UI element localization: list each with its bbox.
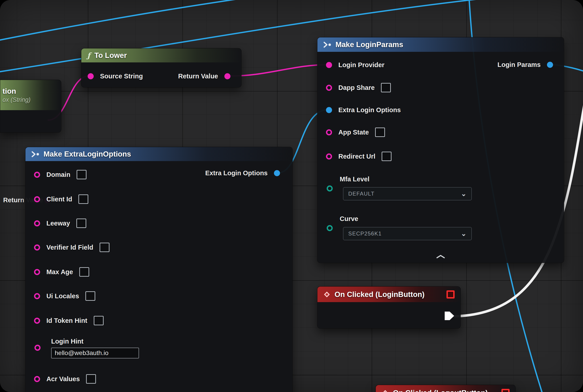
node-title: Make LoginParams: [336, 40, 403, 49]
delegate-pin[interactable]: [446, 290, 454, 298]
pin-label-max-age: Max Age: [46, 268, 73, 276]
node-title: To Lower: [94, 51, 127, 60]
client-id-checkbox[interactable]: [78, 194, 88, 204]
login-params-out-pin[interactable]: [547, 62, 553, 68]
node-title: On Clicked (LoginButton): [334, 290, 425, 299]
pin-label-dapp-share: Dapp Share: [338, 84, 374, 92]
function-icon: ƒ: [87, 51, 90, 60]
redirect-url-pin[interactable]: [326, 154, 332, 160]
redirect-url-checkbox[interactable]: [382, 152, 392, 161]
mfa-level-value: DEFAULT: [348, 190, 374, 197]
pin-label-id-token-hint: Id Token Hint: [46, 317, 88, 324]
pin-label-redirect-url: Redirect Url: [338, 153, 375, 160]
chevron-down-icon: ⌄: [461, 230, 466, 237]
leeway-pin[interactable]: [34, 220, 40, 226]
make-struct-icon: [31, 151, 40, 157]
return-value-pin[interactable]: [224, 73, 230, 79]
curve-pin[interactable]: [327, 225, 333, 231]
domain-pin[interactable]: [34, 172, 40, 178]
node-subtitle: ox (String): [2, 96, 31, 104]
login-hint-input[interactable]: [51, 348, 139, 358]
login-hint-pin[interactable]: [34, 345, 40, 351]
event-icon: [323, 291, 330, 298]
pin-label-mfa-level: Mfa Level: [340, 176, 370, 183]
extra-login-options-out-pin[interactable]: [274, 170, 280, 176]
node-make-loginparams[interactable]: Make LoginParams Login Provider Dapp Sha…: [317, 37, 564, 263]
dapp-share-pin[interactable]: [326, 85, 332, 91]
node-on-clicked-loginbutton[interactable]: On Clicked (LoginButton): [317, 286, 461, 328]
ui-locales-checkbox[interactable]: [86, 291, 95, 301]
app-state-checkbox[interactable]: [375, 128, 385, 137]
node-title: tion: [2, 87, 16, 96]
mfa-level-dropdown[interactable]: DEFAULT ⌄: [343, 187, 472, 200]
mfa-level-pin[interactable]: [327, 186, 333, 192]
domain-checkbox[interactable]: [76, 170, 86, 179]
node-on-clicked-logoutbutton[interactable]: On Clicked (LogoutButton): [376, 385, 516, 392]
client-id-pin[interactable]: [34, 196, 40, 202]
pin-label-acr-values: Acr Values: [46, 375, 80, 383]
chevron-down-icon: ⌄: [461, 190, 466, 197]
node-title: Make ExtraLoginOptions: [44, 150, 131, 158]
dapp-share-checkbox[interactable]: [381, 83, 391, 92]
pin-label-curve: Curve: [340, 215, 358, 222]
acr-values-pin[interactable]: [34, 376, 40, 382]
max-age-pin[interactable]: [34, 269, 40, 275]
pin-label-ui-locales: Ui Locales: [46, 292, 79, 300]
pin-label-client-id: Client Id: [46, 196, 72, 203]
node-make-extraloginoptions[interactable]: Make ExtraLoginOptions Domain Client Id …: [25, 147, 293, 392]
pin-label-domain: Domain: [46, 171, 70, 178]
curve-dropdown[interactable]: SECP256K1 ⌄: [343, 227, 472, 240]
blueprint-graph-canvas[interactable]: tion ox (String) Return Value ƒ To Lower…: [0, 0, 583, 392]
delegate-pin[interactable]: [502, 389, 510, 392]
ui-locales-pin[interactable]: [34, 293, 40, 299]
curve-value: SECP256K1: [348, 230, 382, 237]
node-title: On Clicked (LogoutButton): [393, 388, 488, 392]
app-state-pin[interactable]: [326, 129, 332, 136]
pin-label-extra-login-options: Extra Login Options: [338, 106, 401, 114]
pin-label-extra-login-options-out: Extra Login Options: [205, 170, 268, 177]
node-partial-left[interactable]: tion ox (String) Return Value: [0, 80, 61, 132]
exec-out-pin[interactable]: [444, 311, 455, 321]
pin-label-login-params-out: Login Params: [498, 61, 541, 68]
pin-label-leeway: Leeway: [46, 220, 70, 227]
id-token-hint-checkbox[interactable]: [94, 316, 104, 325]
id-token-hint-pin[interactable]: [34, 318, 40, 324]
pin-label-login-hint: Login Hint: [51, 338, 83, 345]
verifier-id-field-checkbox[interactable]: [100, 243, 110, 252]
login-provider-pin[interactable]: [326, 62, 332, 68]
event-icon: [382, 389, 389, 392]
wire-tolower-to-provider: [228, 65, 328, 76]
pin-label-app-state: App State: [338, 129, 369, 136]
max-age-checkbox[interactable]: [79, 267, 89, 277]
pin-label-verifier-id-field: Verifier Id Field: [46, 244, 93, 251]
collapse-node-chevron-icon[interactable]: [436, 254, 445, 259]
extra-login-options-pin[interactable]: [326, 107, 332, 113]
verifier-id-field-pin[interactable]: [34, 244, 40, 250]
acr-values-checkbox[interactable]: [86, 374, 96, 384]
wire-cyan-topleft-1: [0, 0, 250, 40]
make-struct-icon: [323, 42, 331, 48]
pin-label-login-provider: Login Provider: [338, 61, 384, 69]
node-to-lower[interactable]: ƒ To Lower Source String Return Value: [81, 48, 242, 88]
pin-label-source-string: Source String: [100, 72, 143, 80]
pin-label-return-value: Return Value: [178, 72, 218, 80]
leeway-checkbox[interactable]: [76, 218, 86, 228]
source-string-pin[interactable]: [88, 73, 94, 79]
